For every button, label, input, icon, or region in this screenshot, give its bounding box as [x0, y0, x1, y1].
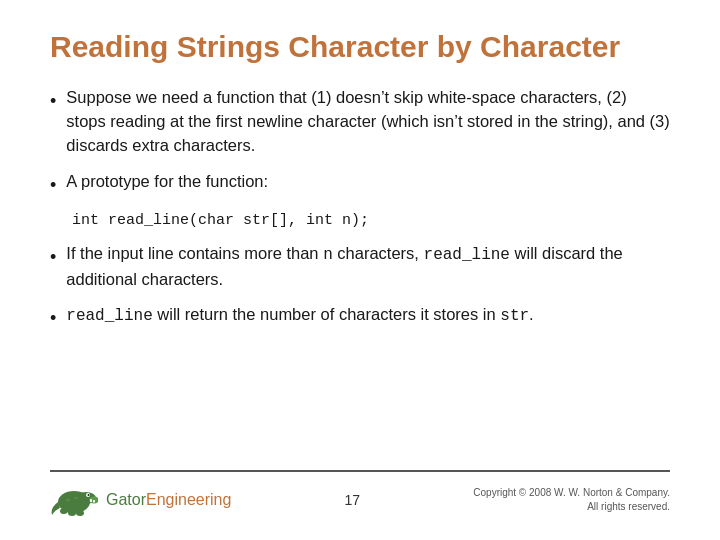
svg-point-6 [68, 510, 76, 516]
code-block: int read_line(char str[], int n); [72, 210, 670, 233]
bullet-dot-3: • [50, 244, 56, 270]
svg-point-7 [76, 510, 84, 516]
copyright-line2: All rights reserved. [587, 501, 670, 512]
footer-brand-area: GatorEngineering [50, 480, 231, 520]
bullet-text-4: read_line will return the number of char… [66, 303, 533, 328]
bullet-text-1: Suppose we need a function that (1) does… [66, 86, 670, 158]
svg-rect-9 [93, 500, 95, 503]
inline-code-n: n [323, 246, 333, 264]
brand-gator-label: Gator [106, 491, 146, 508]
inline-code-str: str [500, 307, 529, 325]
inline-code-readline1: read_line [424, 246, 510, 264]
footer-copyright: Copyright © 2008 W. W. Norton & Company.… [473, 486, 670, 514]
brand-engineering-label: Engineering [146, 491, 231, 508]
svg-point-11 [74, 497, 78, 499]
bullet-dot-2: • [50, 172, 56, 198]
slide-footer: GatorEngineering 17 Copyright © 2008 W. … [50, 470, 670, 520]
copyright-line1: Copyright © 2008 W. W. Norton & Company. [473, 487, 670, 498]
svg-rect-8 [90, 499, 92, 502]
bullet-text-2: A prototype for the function: [66, 170, 268, 194]
svg-point-4 [88, 494, 90, 496]
footer-brand-text: GatorEngineering [106, 491, 231, 509]
slide-title: Reading Strings Character by Character [50, 30, 670, 64]
bullet-item-1: • Suppose we need a function that (1) do… [50, 86, 670, 158]
slide: Reading Strings Character by Character •… [0, 0, 720, 540]
bullet-dot-1: • [50, 88, 56, 114]
bullet-item-3: • If the input line contains more than n… [50, 242, 670, 291]
gator-icon [50, 480, 98, 520]
bullet-item-2: • A prototype for the function: [50, 170, 670, 198]
slide-content: • Suppose we need a function that (1) do… [50, 86, 670, 466]
svg-point-10 [66, 499, 71, 502]
inline-code-readline2: read_line [66, 307, 152, 325]
bullet-item-4: • read_line will return the number of ch… [50, 303, 670, 331]
bullet-text-3: If the input line contains more than n c… [66, 242, 670, 291]
bullet-dot-4: • [50, 305, 56, 331]
footer-page-number: 17 [345, 492, 361, 508]
